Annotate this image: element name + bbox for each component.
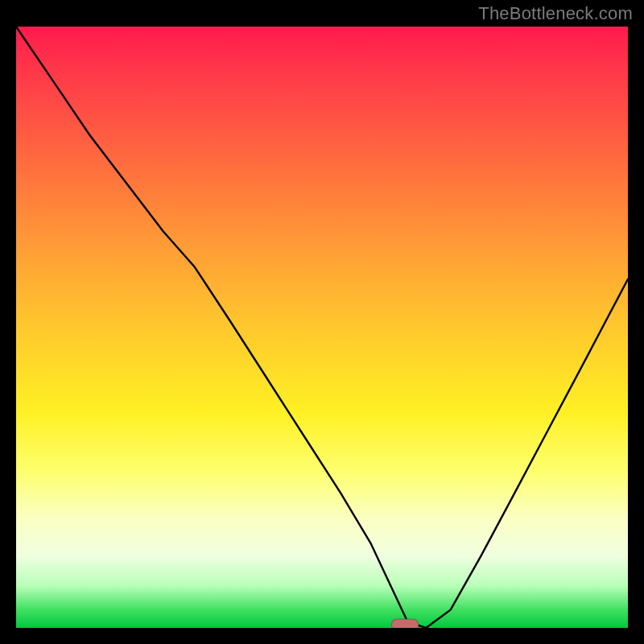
watermark-text: TheBottleneck.com — [478, 3, 633, 24]
chart-frame: TheBottleneck.com — [0, 0, 644, 644]
bottleneck-curve — [16, 27, 628, 628]
bottleneck-curve-path — [16, 27, 628, 628]
plot-area — [16, 27, 628, 628]
